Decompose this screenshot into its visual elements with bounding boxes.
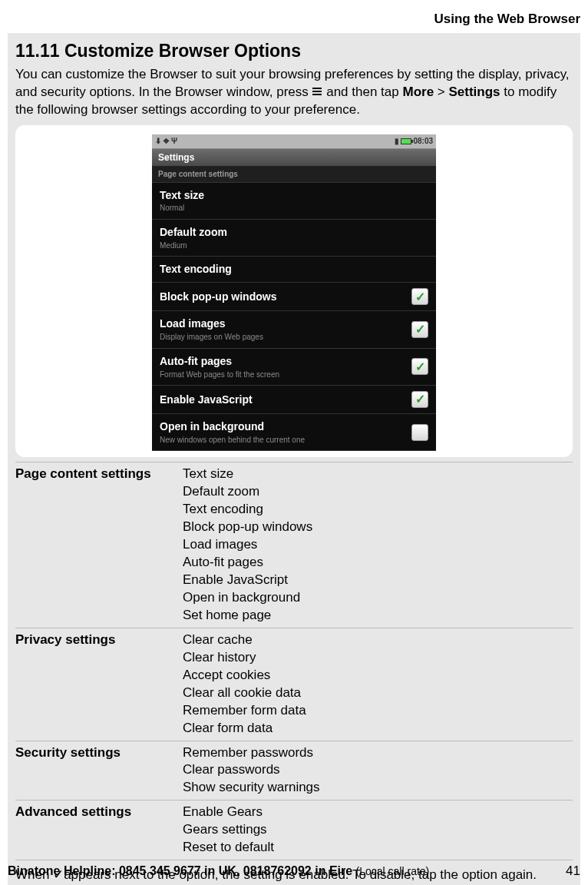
table-item: Default zoom	[183, 483, 573, 501]
intro-more: More	[402, 85, 434, 99]
status-time: 08:03	[413, 136, 433, 147]
row-subtitle: Normal	[160, 203, 428, 214]
screen-title: Settings	[152, 148, 436, 167]
table-category: Advanced settings	[15, 804, 183, 857]
table-item: Clear passwords	[183, 761, 573, 779]
svg-rect-2	[312, 94, 322, 95]
main-content: 11.11 Customize Browser Options You can …	[8, 33, 580, 885]
checkbox-icon: ✓	[411, 424, 428, 441]
row-subtitle: Format Web pages to fit the screen	[160, 370, 411, 380]
footer-helpline-bold: Binatone Helpline: 0845 345 9677 in UK, …	[8, 864, 356, 877]
table-item: Open in background	[183, 589, 573, 607]
row-subtitle: New windows open behind the current one	[160, 435, 411, 446]
table-item: Enable JavaScript	[183, 572, 573, 589]
checkbox-icon: ✓	[411, 321, 428, 338]
table-item: Text size	[183, 466, 573, 483]
settings-row: Enable JavaScript✓	[152, 386, 436, 414]
svg-rect-1	[312, 91, 322, 92]
table-row: Privacy settingsClear cacheClear history…	[15, 628, 573, 741]
row-title: Enable JavaScript	[160, 393, 411, 407]
settings-row: Block pop-up windows✓	[152, 283, 436, 311]
checkbox-icon: ✓	[411, 288, 428, 305]
status-usb-icon: Ψ	[171, 136, 177, 147]
row-title: Auto-fit pages	[160, 354, 411, 369]
status-bar: ⬇ ❖ Ψ ▮ 08:03	[152, 134, 436, 148]
table-row: Security settingsRemember passwordsClear…	[15, 741, 573, 800]
screenshot-container: ⬇ ❖ Ψ ▮ 08:03 Settings Page content sett…	[15, 125, 573, 458]
settings-row: Text sizeNormal	[152, 183, 436, 220]
table-item: Gears settings	[183, 821, 573, 839]
row-title: Text encoding	[160, 262, 428, 277]
settings-row: Auto-fit pagesFormat Web pages to fit th…	[152, 349, 436, 386]
table-item: Show security warnings	[183, 779, 573, 797]
table-item: Clear history	[183, 649, 573, 667]
settings-row: Load imagesDisplay images on Web pages✓	[152, 311, 436, 348]
settings-row: Default zoomMedium	[152, 220, 436, 257]
row-subtitle: Medium	[160, 240, 428, 251]
page-number: 41	[566, 863, 580, 880]
intro-paragraph: You can customize the Browser to suit yo…	[15, 66, 573, 119]
table-item: Clear form data	[183, 720, 573, 738]
table-row: Page content settingsText sizeDefault zo…	[15, 462, 573, 627]
status-signal-icon: ▮	[395, 136, 399, 147]
settings-row: Text encoding	[152, 257, 436, 283]
table-values: Clear cacheClear historyAccept cookiesCl…	[183, 631, 573, 738]
table-values: Text sizeDefault zoomText encodingBlock …	[183, 466, 573, 624]
table-item: Load images	[183, 536, 573, 554]
row-title: Load images	[160, 317, 411, 331]
intro-gt: >	[434, 85, 448, 99]
table-category: Security settings	[15, 744, 183, 797]
table-row: Advanced settingsEnable GearsGears setti…	[15, 800, 573, 860]
section-subheader: Page content settings	[152, 167, 436, 183]
menu-icon	[312, 84, 322, 101]
phone-screenshot: ⬇ ❖ Ψ ▮ 08:03 Settings Page content sett…	[152, 134, 436, 452]
checkbox-icon: ✓	[411, 358, 428, 375]
table-item: Enable Gears	[183, 804, 573, 821]
table-item: Block pop-up windows	[183, 519, 573, 536]
table-item: Reset to default	[183, 839, 573, 857]
table-item: Auto-fit pages	[183, 554, 573, 572]
page-footer: Binatone Helpline: 0845 345 9677 in UK, …	[8, 863, 580, 880]
table-item: Accept cookies	[183, 667, 573, 684]
footer-helpline-light: (Local call rate)	[356, 865, 430, 877]
row-subtitle: Display images on Web pages	[160, 332, 411, 343]
row-title: Default zoom	[160, 225, 428, 240]
intro-text-2: and then tap	[326, 85, 402, 99]
table-item: Set home page	[183, 607, 573, 625]
table-item: Remember passwords	[183, 744, 573, 762]
status-download-icon: ⬇	[155, 136, 161, 147]
table-item: Clear cache	[183, 631, 573, 649]
table-item: Clear all cookie data	[183, 684, 573, 702]
battery-icon	[401, 138, 411, 144]
row-title: Block pop-up windows	[160, 290, 411, 304]
table-item: Text encoding	[183, 501, 573, 519]
settings-table: Page content settingsText sizeDefault zo…	[15, 462, 573, 860]
status-notification-icon: ❖	[163, 136, 170, 147]
section-title: 11.11 Customize Browser Options	[15, 39, 573, 63]
table-category: Page content settings	[15, 466, 183, 624]
table-values: Remember passwordsClear passwordsShow se…	[183, 744, 573, 797]
page-header: Using the Web Browser	[8, 0, 580, 33]
table-category: Privacy settings	[15, 631, 183, 738]
svg-rect-0	[312, 88, 322, 89]
footer-helpline: Binatone Helpline: 0845 345 9677 in UK, …	[8, 863, 429, 880]
intro-settings: Settings	[448, 85, 500, 99]
row-title: Open in background	[160, 419, 411, 434]
settings-row: Open in backgroundNew windows open behin…	[152, 414, 436, 451]
checkbox-icon: ✓	[411, 391, 428, 408]
table-values: Enable GearsGears settingsReset to defau…	[183, 804, 573, 857]
row-title: Text size	[160, 188, 428, 203]
table-item: Remember form data	[183, 702, 573, 720]
